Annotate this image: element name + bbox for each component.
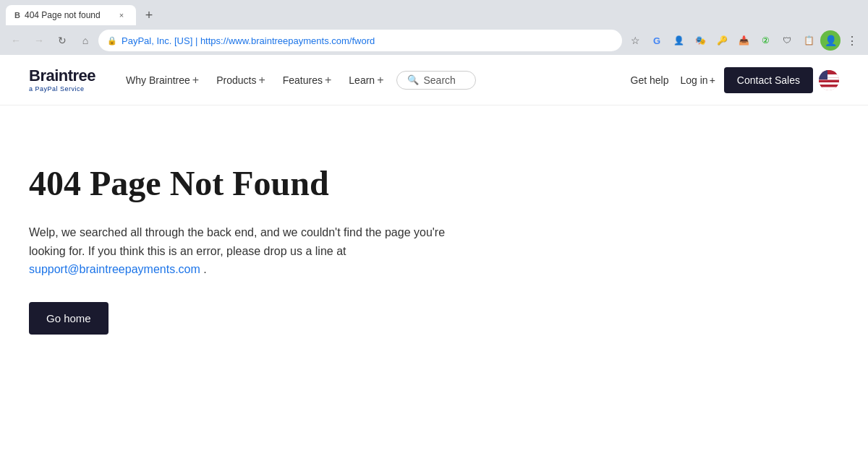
home-button[interactable]: ⌂ [75,30,95,51]
get-help-link[interactable]: Get help [628,70,672,90]
browser-titlebar: B 404 Page not found × + [0,0,868,26]
svg-rect-8 [819,70,827,79]
toolbar-icons: ☆ G 👤 🎭 🔑 📥 ② 🛡 📋 👤 ⋮ [625,30,862,51]
active-tab[interactable]: B 404 Page not found × [6,5,136,25]
separator: | [195,35,200,46]
logo-text: Braintree [29,67,95,85]
svg-rect-7 [819,87,839,90]
logo[interactable]: Braintree a PayPal Service [29,67,95,92]
nav-right: Get help Log in + Contact Sales [628,67,839,93]
search-label: Search [423,74,455,86]
tab-close-button[interactable]: × [116,9,127,21]
browser-toolbar: ← → ↻ ⌂ 🔒 PayPal, Inc. [US] | https://ww… [0,26,868,55]
error-body-end: . [203,263,206,275]
extension-icon-2[interactable]: 🎭 [690,30,710,51]
error-body-text-1: Welp, we searched all through the back e… [29,226,445,257]
browser-tabs: B 404 Page not found × + [6,5,862,25]
error-heading: 404 Page Not Found [29,163,550,203]
contact-sales-button[interactable]: Contact Sales [724,67,813,93]
profile-avatar: 👤 [825,35,837,46]
nav-features[interactable]: Features + [276,68,339,92]
login-label: Log in [680,74,707,86]
products-label: Products [216,74,256,86]
features-plus: + [325,74,331,87]
bookmark-star-button[interactable]: ☆ [625,30,645,51]
new-tab-button[interactable]: + [139,5,159,25]
back-button[interactable]: ← [6,30,26,51]
support-email-link[interactable]: support@braintreepayments.com [29,263,203,275]
extension-icon-3[interactable]: 🔑 [712,30,732,51]
profile-button[interactable]: 👤 [820,30,841,51]
address-bar[interactable]: 🔒 PayPal, Inc. [US] | https://www.braint… [98,30,622,51]
main-content: 404 Page Not Found Welp, we searched all… [0,105,579,392]
login-link[interactable]: Log in + [677,70,718,90]
why-braintree-label: Why Braintree [126,74,190,86]
extension-icon-6[interactable]: 📋 [799,30,819,51]
nav-search[interactable]: 🔍 Search [396,71,476,90]
tab-title: 404 Page not found [25,10,111,20]
nav-products[interactable]: Products + [209,68,273,92]
nav-learn[interactable]: Learn + [341,68,391,92]
extension-google-button[interactable]: G [647,30,667,51]
lock-icon: 🔒 [107,36,117,46]
svg-rect-2 [819,80,839,82]
tab-favicon: B [14,11,20,20]
us-flag-svg [819,70,839,90]
extension-icon-green[interactable]: ② [755,30,775,51]
why-braintree-plus: + [192,74,199,87]
extension-icon-4[interactable]: 📥 [733,30,754,51]
refresh-button[interactable]: ↻ [52,30,72,51]
products-plus: + [258,74,265,87]
learn-plus: + [377,74,383,87]
features-label: Features [283,74,323,86]
navbar: Braintree a PayPal Service Why Braintree… [0,55,868,105]
extension-icon-5[interactable]: 🛡 [777,30,797,51]
url-path: fword [352,35,375,46]
language-flag[interactable] [819,70,839,90]
learn-label: Learn [349,74,375,86]
browser-window: B 404 Page not found × + ← → ↻ ⌂ 🔒 PayPa… [0,0,868,55]
logo-sub: a PayPal Service [29,85,95,92]
menu-button[interactable]: ⋮ [842,30,862,51]
address-bar-text: PayPal, Inc. [US] | https://www.braintre… [122,35,613,46]
extension-icon-1[interactable]: 👤 [668,30,689,51]
search-icon: 🔍 [407,74,419,85]
website-content: Braintree a PayPal Service Why Braintree… [0,55,868,461]
support-email-text: support@braintreepayments.com [29,263,200,275]
svg-rect-3 [819,82,839,85]
url-display: https://www.braintreepayments.com/fword [200,35,375,46]
company-name: PayPal, Inc. [US] [122,35,192,46]
forward-button[interactable]: → [29,30,49,51]
go-home-button[interactable]: Go home [29,302,109,335]
login-plus: + [710,74,715,86]
nav-why-braintree[interactable]: Why Braintree + [119,68,206,92]
error-body: Welp, we searched all through the back e… [29,223,448,279]
nav-links: Why Braintree + Products + Features + Le… [119,68,627,92]
